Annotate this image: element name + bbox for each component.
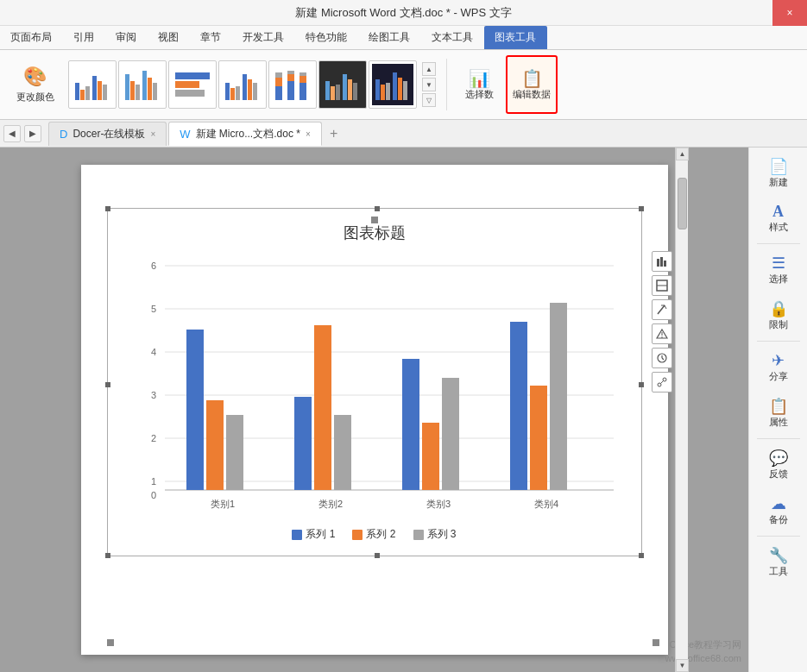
chart-style-1[interactable] bbox=[68, 60, 117, 109]
svg-rect-27 bbox=[299, 83, 306, 100]
chart-tool-3[interactable] bbox=[652, 299, 672, 320]
chart-tool-2[interactable] bbox=[652, 275, 672, 296]
scroll-down[interactable]: ▼ bbox=[676, 659, 689, 672]
sidebar-props-label: 属性 bbox=[769, 416, 788, 429]
chart-style-4[interactable] bbox=[218, 60, 267, 109]
chart-tool-5[interactable] bbox=[652, 348, 672, 368]
chart-handle-bottom[interactable] bbox=[375, 553, 380, 558]
chart-legend: 系列 1 系列 2 系列 3 bbox=[122, 527, 627, 542]
scroll-up[interactable]: ▲ bbox=[676, 148, 689, 160]
svg-rect-11 bbox=[153, 83, 157, 100]
bar-cat4-s2 bbox=[530, 386, 547, 490]
svg-rect-15 bbox=[225, 83, 230, 100]
chart-handle-tr[interactable] bbox=[639, 206, 644, 211]
legend-label-s3: 系列 3 bbox=[427, 527, 457, 542]
add-tab-button[interactable]: + bbox=[324, 123, 344, 144]
chart-title: 图表标题 bbox=[122, 223, 627, 243]
docer-tab-label: Docer-在线模板 bbox=[73, 127, 145, 141]
back-arrow[interactable]: ◀ bbox=[3, 125, 21, 142]
tab-doc[interactable]: W 新建 Micro...文档.doc * × bbox=[168, 122, 321, 146]
sidebar-tools[interactable]: 🔧 工具 bbox=[752, 540, 805, 584]
svg-rect-61 bbox=[660, 257, 663, 267]
select-data-icon: 📊 bbox=[469, 68, 490, 89]
select-icon: ☰ bbox=[772, 254, 785, 273]
docer-tab-close[interactable]: × bbox=[150, 129, 155, 139]
bar-cat2-s3 bbox=[334, 415, 351, 490]
svg-rect-13 bbox=[175, 81, 199, 88]
chart-tool-4[interactable] bbox=[652, 323, 672, 344]
resize-handle-bl[interactable] bbox=[107, 639, 114, 646]
tab-view[interactable]: 视图 bbox=[148, 26, 190, 49]
scroll-thumb[interactable] bbox=[678, 178, 687, 229]
sidebar-new[interactable]: 📄 新建 bbox=[752, 151, 805, 195]
chart-handle-top[interactable] bbox=[375, 206, 380, 211]
bar-cat4-s3 bbox=[550, 303, 567, 490]
tab-page-layout[interactable]: 页面布局 bbox=[0, 26, 63, 49]
chart-tool-1[interactable] bbox=[652, 251, 672, 272]
scroll-down-arrow[interactable]: ▼ bbox=[422, 78, 436, 91]
svg-rect-24 bbox=[287, 81, 294, 100]
svg-rect-22 bbox=[275, 78, 282, 86]
svg-rect-1 bbox=[80, 90, 85, 100]
svg-rect-41 bbox=[403, 81, 407, 100]
tab-docer[interactable]: D Docer-在线模板 × bbox=[48, 122, 167, 146]
tab-text-tools[interactable]: 文本工具 bbox=[421, 26, 484, 49]
edit-data-button[interactable]: 📋 编辑数据 bbox=[506, 55, 558, 114]
svg-rect-10 bbox=[148, 78, 152, 100]
sidebar-divider-4 bbox=[757, 536, 800, 537]
forward-arrow[interactable]: ▶ bbox=[24, 125, 41, 142]
select-data-button[interactable]: 📊 选择数 bbox=[457, 55, 501, 114]
tab-drawing-tools[interactable]: 绘图工具 bbox=[358, 26, 421, 49]
chart-style-7[interactable] bbox=[369, 60, 417, 109]
svg-rect-32 bbox=[336, 85, 340, 100]
tab-references[interactable]: 引用 bbox=[63, 26, 105, 49]
tab-special-features[interactable]: 特色功能 bbox=[295, 26, 358, 49]
sidebar-limit[interactable]: 🔒 限制 bbox=[752, 293, 805, 337]
new-icon: 📄 bbox=[769, 157, 788, 176]
chart-style-6[interactable] bbox=[318, 60, 367, 109]
scroll-expand-arrow[interactable]: ▽ bbox=[422, 93, 436, 107]
tab-review[interactable]: 审阅 bbox=[105, 26, 148, 49]
scroll-up-arrow[interactable]: ▲ bbox=[422, 62, 436, 76]
resize-handle-br[interactable] bbox=[653, 639, 659, 646]
sidebar-share[interactable]: ✈ 分享 bbox=[752, 345, 805, 389]
legend-s1: 系列 1 bbox=[292, 527, 335, 542]
chart-handle-br[interactable] bbox=[639, 553, 644, 558]
chart-handle-left[interactable] bbox=[105, 382, 110, 387]
bar-cat3-s1 bbox=[402, 359, 419, 490]
chart-handle-tl[interactable] bbox=[105, 206, 110, 211]
chart-style-3[interactable] bbox=[168, 60, 217, 109]
chart-handle-right[interactable] bbox=[639, 382, 644, 387]
bar-cat1-s2 bbox=[206, 400, 224, 490]
color-change-icon: 🎨 bbox=[23, 66, 47, 88]
chart-style-2[interactable] bbox=[118, 60, 167, 109]
bar-cat4-s1 bbox=[510, 322, 527, 490]
svg-text:4: 4 bbox=[150, 347, 155, 357]
ribbon-separator bbox=[446, 59, 447, 110]
sidebar-style[interactable]: A 样式 bbox=[752, 197, 805, 240]
svg-text:类别3: 类别3 bbox=[426, 499, 450, 509]
sidebar-backup[interactable]: ☁ 备份 bbox=[752, 488, 805, 532]
svg-rect-25 bbox=[287, 74, 294, 81]
svg-rect-30 bbox=[325, 81, 330, 100]
svg-rect-26 bbox=[287, 71, 294, 74]
svg-rect-20 bbox=[253, 83, 257, 100]
chart-styles-group bbox=[68, 60, 417, 109]
sidebar-feedback[interactable]: 💬 反馈 bbox=[752, 443, 805, 487]
sidebar-props[interactable]: 📋 属性 bbox=[752, 391, 805, 435]
svg-text:3: 3 bbox=[150, 390, 155, 400]
doc-tab-close[interactable]: × bbox=[306, 129, 311, 139]
sidebar-select[interactable]: ☰ 选择 bbox=[752, 248, 805, 292]
change-color-button[interactable]: 🎨 更改颜色 bbox=[7, 55, 63, 114]
tab-chapter[interactable]: 章节 bbox=[190, 26, 232, 49]
close-button[interactable]: × bbox=[772, 0, 807, 26]
sidebar-select-label: 选择 bbox=[769, 273, 788, 286]
chart-tool-6[interactable] bbox=[652, 372, 672, 393]
sidebar-share-label: 分享 bbox=[769, 370, 788, 383]
tab-chart-tools[interactable]: 图表工具 bbox=[484, 26, 547, 49]
chart-handle-bl[interactable] bbox=[105, 553, 110, 558]
svg-rect-39 bbox=[393, 72, 397, 100]
chart-style-5[interactable] bbox=[268, 60, 317, 109]
tab-dev-tools[interactable]: 开发工具 bbox=[232, 26, 295, 49]
legend-color-s2 bbox=[352, 530, 363, 540]
